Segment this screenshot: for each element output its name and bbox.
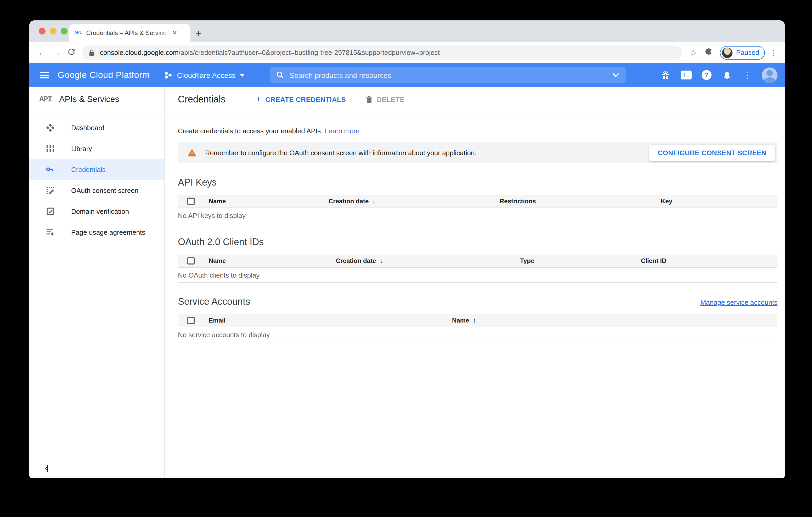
minimize-window-button[interactable] xyxy=(50,28,57,34)
zoom-window-button[interactable] xyxy=(61,28,67,34)
help-icon[interactable]: ? xyxy=(699,68,713,82)
reload-icon[interactable] xyxy=(64,48,79,57)
oauth-warning-banner: Remember to configure the OAuth consent … xyxy=(178,142,778,163)
sidebar-item-page-usage-agreements[interactable]: Page usage agreements xyxy=(29,222,164,243)
column-header-name[interactable]: Name xyxy=(209,197,328,205)
browser-menu-icon[interactable]: ⋮ xyxy=(767,48,780,57)
hamburger-menu-icon[interactable] xyxy=(40,72,49,78)
table-header: Email Name↑ xyxy=(178,314,778,327)
browser-window: API Credentials – APIs & Services – ✕ + … xyxy=(29,20,785,478)
project-selector[interactable]: Cloudflare Access xyxy=(164,71,245,79)
url-text: console.cloud.google.com/apis/credential… xyxy=(100,49,440,57)
sidebar-collapse-icon[interactable]: ‹| xyxy=(45,464,47,472)
select-all-checkbox[interactable] xyxy=(187,317,195,324)
bookmark-star-icon[interactable]: ☆ xyxy=(687,48,700,58)
column-header-type[interactable]: Type xyxy=(520,257,641,265)
url-path: /apis/credentials?authuser=0&project=bus… xyxy=(179,49,440,57)
close-window-button[interactable] xyxy=(39,28,46,34)
address-bar[interactable]: console.cloud.google.com/apis/credential… xyxy=(82,45,682,60)
chevron-down-icon xyxy=(240,73,245,77)
empty-state-text: No OAuth clients to display xyxy=(178,268,778,283)
forward-icon[interactable]: → xyxy=(49,48,64,57)
account-avatar[interactable] xyxy=(762,67,778,83)
domain-verification-icon xyxy=(46,207,54,215)
project-hexagons-icon xyxy=(164,71,173,79)
column-header-name[interactable]: Name↑ xyxy=(452,317,778,324)
key-icon xyxy=(46,165,54,174)
url-domain: console.cloud.google.com xyxy=(100,49,179,57)
select-all-checkbox[interactable] xyxy=(187,257,195,265)
sidebar-item-label: Library xyxy=(71,145,92,152)
sort-desc-icon: ↓ xyxy=(380,257,383,265)
extensions-puzzle-icon[interactable] xyxy=(702,46,716,59)
plus-icon: + xyxy=(256,94,261,104)
tab-close-icon[interactable]: ✕ xyxy=(172,29,177,37)
main-panel: Credentials + CREATE CREDENTIALS DELETE … xyxy=(165,87,785,478)
toolbar-right: ☆ Paused ⋮ xyxy=(687,46,780,59)
sidebar-header: API APIs & Services xyxy=(29,87,164,112)
more-options-icon[interactable]: ⋮ xyxy=(740,68,754,82)
gcp-logo[interactable]: Google Cloud Platform xyxy=(58,70,150,80)
sidebar-item-oauth-consent-screen[interactable]: OAuth consent screen xyxy=(29,180,164,201)
delete-button[interactable]: DELETE xyxy=(366,95,404,103)
tab-favicon-api-icon: API xyxy=(74,30,82,35)
new-tab-button[interactable]: + xyxy=(196,28,201,38)
page-title: Credentials xyxy=(178,94,226,105)
sidebar-nav: Dashboard Library Credentials xyxy=(29,112,164,243)
search-icon xyxy=(277,71,284,79)
cloud-shell-icon[interactable]: ❯_ xyxy=(679,68,693,82)
search-chevron-down-icon[interactable] xyxy=(612,73,620,78)
dashboard-icon xyxy=(46,123,54,132)
manage-service-accounts-link[interactable]: Manage service accounts xyxy=(700,299,778,306)
sidebar-item-credentials[interactable]: Credentials xyxy=(29,159,164,180)
intro-text: Create credentials to access your enable… xyxy=(178,127,778,135)
sidebar-item-label: Domain verification xyxy=(71,207,129,215)
table-header: Name Creation date↓ Restrictions Key xyxy=(178,195,778,208)
column-header-client-id[interactable]: Client ID xyxy=(641,257,778,265)
agreements-icon xyxy=(46,228,54,236)
profile-paused-pill[interactable]: Paused xyxy=(720,46,765,59)
browser-toolbar: ← → console.cloud.google.com/apis/creden… xyxy=(29,42,785,63)
sidebar-item-label: Page usage agreements xyxy=(71,228,145,236)
search-bar[interactable] xyxy=(270,67,626,83)
sidebar-item-library[interactable]: Library xyxy=(29,138,164,159)
column-header-creation-date[interactable]: Creation date↓ xyxy=(328,197,500,205)
learn-more-link[interactable]: Learn more xyxy=(325,127,360,135)
back-icon[interactable]: ← xyxy=(34,48,49,57)
column-header-key[interactable]: Key xyxy=(661,197,778,205)
library-icon xyxy=(46,144,54,153)
search-input[interactable] xyxy=(290,71,612,79)
sidebar-item-domain-verification[interactable]: Domain verification xyxy=(29,201,164,222)
sidebar-item-dashboard[interactable]: Dashboard xyxy=(29,117,164,138)
project-name: Cloudflare Access xyxy=(177,71,235,79)
profile-status-label: Paused xyxy=(736,49,759,57)
browser-tab[interactable]: API Credentials – APIs & Services – ✕ xyxy=(69,24,191,42)
gift-icon[interactable] xyxy=(659,68,672,82)
column-header-restrictions[interactable]: Restrictions xyxy=(500,197,661,205)
column-header-email[interactable]: Email xyxy=(209,317,452,324)
window-controls xyxy=(39,28,67,34)
table-header: Name Creation date↓ Type Client ID xyxy=(178,254,778,268)
select-all-checkbox[interactable] xyxy=(187,197,195,205)
column-header-name[interactable]: Name xyxy=(209,257,336,265)
gcp-header: Google Cloud Platform Cloudflare Access xyxy=(29,63,785,87)
create-credentials-button[interactable]: + CREATE CREDENTIALS xyxy=(256,94,346,104)
empty-state-text: No service accounts to display xyxy=(178,327,778,342)
empty-state-text: No API keys to display xyxy=(178,208,778,223)
configure-consent-screen-button[interactable]: CONFIGURE CONSENT SCREEN xyxy=(649,145,775,161)
column-header-creation-date[interactable]: Creation date↓ xyxy=(336,257,520,265)
api-logo-icon: API xyxy=(39,95,52,104)
lock-icon xyxy=(89,49,95,56)
sidebar-item-label: Dashboard xyxy=(71,124,105,131)
section-service-accounts: Service Accounts Manage service accounts… xyxy=(178,283,778,342)
notifications-bell-icon[interactable] xyxy=(720,68,733,82)
tab-strip: API Credentials – APIs & Services – ✕ + xyxy=(29,20,785,42)
header-icons: ❯_ ? ⋮ xyxy=(650,67,778,83)
section-heading: Service Accounts xyxy=(178,296,250,307)
sidebar: API APIs & Services Dashboard Lib xyxy=(29,87,165,478)
sort-desc-icon: ↓ xyxy=(372,197,375,205)
section-heading: OAuth 2.0 Client IDs xyxy=(178,237,264,248)
sidebar-title: APIs & Services xyxy=(59,95,119,104)
sidebar-item-label: OAuth consent screen xyxy=(71,186,138,194)
page-header: Credentials + CREATE CREDENTIALS DELETE xyxy=(165,87,785,112)
